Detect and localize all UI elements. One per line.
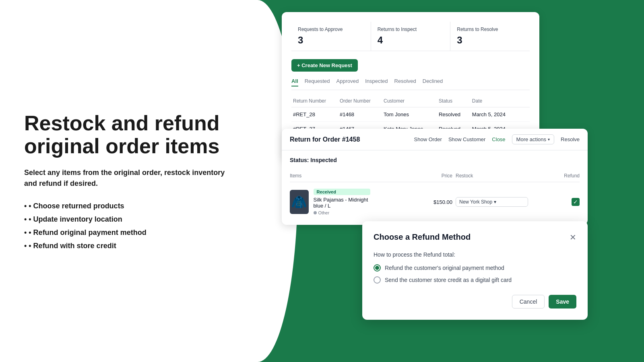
bullet-item-1: • Choose returned products <box>24 202 225 210</box>
modal-footer: Cancel Save <box>374 295 576 309</box>
stat-returns-to-resolve: Returns to Resolve 3 <box>450 22 530 51</box>
col-order-number: Order Number <box>338 95 382 107</box>
cell-date: March 5, 2024 <box>471 107 530 122</box>
original-payment-label: Refund the customer's original payment m… <box>385 265 504 271</box>
save-button[interactable]: Save <box>549 295 576 309</box>
tab-declined[interactable]: Declined <box>423 78 443 86</box>
stat-label-resolve: Returns to Resolve <box>457 27 523 32</box>
more-actions-label: More actions <box>516 136 546 142</box>
col-items: Items <box>290 173 370 179</box>
bullet-item-4: • Refund with store credit <box>24 242 225 250</box>
refund-method-modal: Choose a Refund Method ✕ How to process … <box>362 221 588 320</box>
sub-heading: Select any items from the original order… <box>24 167 225 189</box>
refund-checkbox[interactable]: ✓ <box>572 198 580 206</box>
left-panel: Restock and refund original order items … <box>0 0 250 362</box>
item-row: 🧥 Received Silk Pajamas - Midnight blue … <box>290 185 580 218</box>
table-row[interactable]: #RET_28 #1468 Tom Jones Resolved March 5… <box>291 107 530 122</box>
resolve-button[interactable]: Resolve <box>561 136 580 142</box>
modal-header: Choose a Refund Method ✕ <box>374 232 576 242</box>
jacket-icon: 🧥 <box>291 194 307 210</box>
item-info: 🧥 Received Silk Pajamas - Midnight blue … <box>290 189 370 215</box>
col-date: Date <box>471 95 530 107</box>
item-image: 🧥 <box>290 190 309 214</box>
checkmark-icon: ✓ <box>573 199 578 205</box>
tab-inspected[interactable]: Inspected <box>365 78 388 86</box>
item-name: Silk Pajamas - Midnight blue / L <box>314 197 370 209</box>
modal-question: How to process the Refund total: <box>374 251 576 258</box>
right-panel: Requests to Approve 3 Returns to Inspect… <box>250 0 644 362</box>
cell-order-num: #1468 <box>338 107 382 122</box>
item-details: Received Silk Pajamas - Midnight blue / … <box>314 189 370 215</box>
more-actions-button[interactable]: More actions ▾ <box>512 134 554 144</box>
stat-number-resolve: 3 <box>457 35 523 46</box>
close-link[interactable]: Close <box>492 136 505 142</box>
main-heading: Restock and refund original order items <box>24 112 225 158</box>
cell-customer: Tom Jones <box>382 107 437 122</box>
order-title: Return for Order #1458 <box>290 136 408 143</box>
radio-option-original-payment[interactable]: Refund the customer's original payment m… <box>374 264 576 272</box>
create-new-request-button[interactable]: + Create New Request <box>291 59 358 72</box>
items-header: Items Price Restock Refund <box>290 170 580 182</box>
col-refund: Refund <box>531 173 580 179</box>
tab-all[interactable]: All <box>291 78 298 86</box>
radio-outer-empty <box>374 276 381 284</box>
other-label: Other <box>318 210 330 215</box>
show-order-link[interactable]: Show Order <box>414 136 442 142</box>
item-price: $150.00 <box>374 199 452 205</box>
tab-resolved[interactable]: Resolved <box>394 78 416 86</box>
restock-location-select[interactable]: New York Shop ▾ <box>456 197 528 207</box>
col-status: Status <box>437 95 471 107</box>
filter-tabs: All Requested Approved Inspected Resolve… <box>291 78 530 90</box>
bullet-item-3: • Refund original payment method <box>24 228 225 237</box>
col-return-number: Return Number <box>291 95 338 107</box>
radio-option-store-credit[interactable]: Send the customer store credit as a digi… <box>374 276 576 284</box>
chevron-down-icon: ▾ <box>548 137 550 142</box>
other-badge: Other <box>314 210 370 215</box>
show-customer-link[interactable]: Show Customer <box>448 136 485 142</box>
order-card-header: Return for Order #1458 Show Order Show C… <box>282 129 588 150</box>
stat-label-approve: Requests to Approve <box>298 27 364 32</box>
restock-chevron-icon: ▾ <box>494 199 496 205</box>
tab-approved[interactable]: Approved <box>336 78 359 86</box>
cell-status: Resolved <box>437 107 471 122</box>
restock-location-label: New York Shop <box>459 199 492 205</box>
modal-close-button[interactable]: ✕ <box>570 233 576 241</box>
order-status-label: Status: Inspected <box>290 157 580 163</box>
stat-number-inspect: 4 <box>378 35 444 46</box>
col-customer: Customer <box>382 95 437 107</box>
stats-row: Requests to Approve 3 Returns to Inspect… <box>291 22 530 51</box>
stat-requests-to-approve: Requests to Approve 3 <box>291 22 371 51</box>
tab-requested[interactable]: Requested <box>305 78 330 86</box>
dot-icon <box>314 211 317 214</box>
cell-return-num: #RET_28 <box>291 107 338 122</box>
cancel-button[interactable]: Cancel <box>512 295 545 309</box>
stat-number-approve: 3 <box>298 35 364 46</box>
order-card: Return for Order #1458 Show Order Show C… <box>282 129 588 225</box>
order-card-body: Status: Inspected Items Price Restock Re… <box>282 150 588 225</box>
stat-returns-to-inspect: Returns to Inspect 4 <box>371 22 451 51</box>
radio-outer-selected <box>374 264 381 272</box>
store-credit-label: Send the customer store credit as a digi… <box>385 277 512 283</box>
modal-title: Choose a Refund Method <box>374 232 471 242</box>
cards-area: Requests to Approve 3 Returns to Inspect… <box>282 12 636 354</box>
received-badge: Received <box>314 189 370 195</box>
bullet-list: • Choose returned products • Update inve… <box>24 202 225 250</box>
bullet-item-2: • Update inventory location <box>24 215 225 224</box>
stat-label-inspect: Returns to Inspect <box>378 27 444 32</box>
col-restock: Restock <box>456 173 528 179</box>
radio-inner-selected <box>375 266 379 270</box>
col-price: Price <box>374 173 452 179</box>
